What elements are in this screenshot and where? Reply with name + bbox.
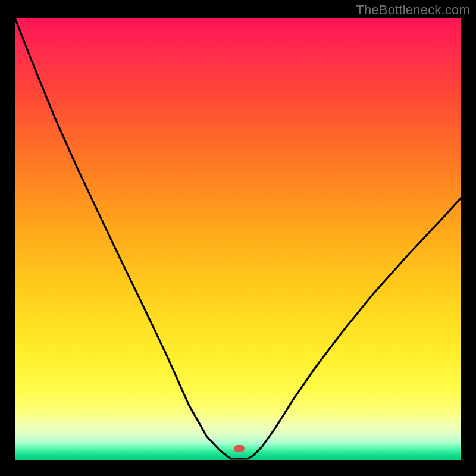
plot-area <box>15 18 461 460</box>
bottleneck-curve <box>15 18 461 459</box>
chart-frame: TheBottleneck.com <box>0 0 476 476</box>
watermark-text: TheBottleneck.com <box>356 2 470 18</box>
curve-layer <box>15 18 461 460</box>
current-point-marker <box>234 445 245 452</box>
